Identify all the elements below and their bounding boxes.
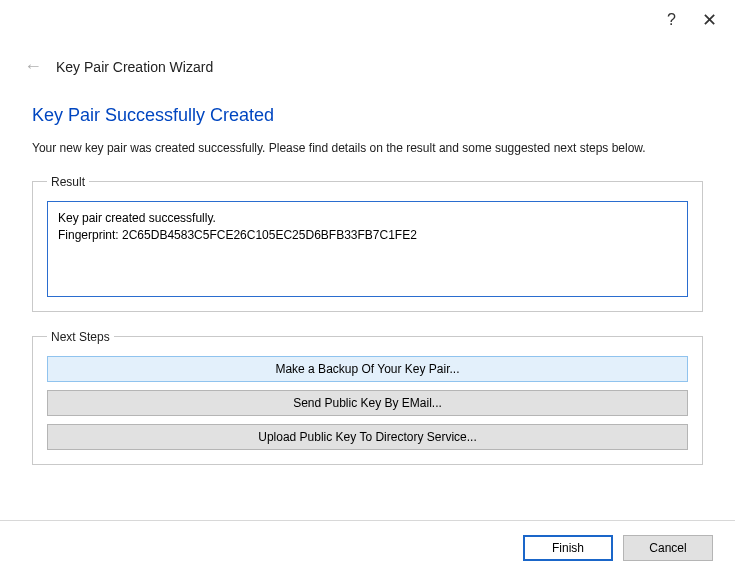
footer: Finish Cancel [0, 520, 735, 574]
page-heading: Key Pair Successfully Created [32, 105, 703, 126]
page-description: Your new key pair was created successful… [32, 140, 703, 157]
next-steps-legend: Next Steps [47, 330, 114, 344]
finish-button[interactable]: Finish [523, 535, 613, 561]
titlebar: ? ✕ [0, 0, 735, 40]
next-steps-group: Next Steps Make a Backup Of Your Key Pai… [32, 330, 703, 465]
close-icon[interactable]: ✕ [702, 9, 717, 31]
result-textbox[interactable]: Key pair created successfully. Fingerpri… [47, 201, 688, 297]
upload-directory-button[interactable]: Upload Public Key To Directory Service..… [47, 424, 688, 450]
wizard-header: ← Key Pair Creation Wizard [0, 40, 735, 85]
result-legend: Result [47, 175, 89, 189]
wizard-title: Key Pair Creation Wizard [56, 59, 213, 75]
content-area: Key Pair Successfully Created Your new k… [0, 85, 735, 493]
next-steps-buttons: Make a Backup Of Your Key Pair... Send P… [47, 356, 688, 450]
send-email-button[interactable]: Send Public Key By EMail... [47, 390, 688, 416]
backup-keypair-button[interactable]: Make a Backup Of Your Key Pair... [47, 356, 688, 382]
cancel-button[interactable]: Cancel [623, 535, 713, 561]
back-arrow-icon: ← [24, 56, 42, 77]
help-icon[interactable]: ? [667, 11, 676, 29]
result-group: Result Key pair created successfully. Fi… [32, 175, 703, 312]
